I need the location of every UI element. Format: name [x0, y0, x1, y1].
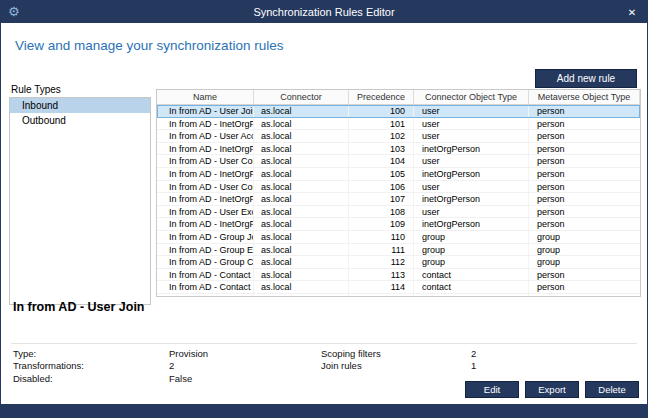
rule-row[interactable]: In from AD - User AccountEnabled as.loca…	[157, 130, 640, 143]
rule-precedence-cell: 111	[349, 244, 414, 256]
rule-metaverse-object-type-cell: group	[529, 231, 640, 243]
rule-connector-cell: as.local	[254, 244, 349, 256]
rule-row[interactable]: In from AD - Group Common as.local 112 g…	[157, 256, 640, 269]
rule-connector-cell: as.local	[254, 105, 349, 117]
rule-row[interactable]: In from AD - Contact Common as.local 114…	[157, 281, 640, 294]
rule-metaverse-object-type-cell: group	[529, 256, 640, 268]
rule-connector-cell: as.local	[254, 206, 349, 218]
rule-metaverse-object-type-cell: person	[529, 294, 640, 297]
delete-button[interactable]: Delete	[585, 381, 639, 398]
rule-connector-cell: as.local	[254, 281, 349, 293]
rule-metaverse-object-type-cell: group	[529, 244, 640, 256]
rule-row[interactable]: In from AD - Contact Join as.local 113 c…	[157, 269, 640, 282]
rule-row[interactable]: In from AD - InetOrgPerson Exchange as.l…	[157, 218, 640, 231]
rule-metaverse-object-type-cell: person	[529, 118, 640, 130]
rule-name-cell: In from AD - Contact Common	[157, 281, 254, 293]
rule-name-cell: In from AD - Group Exchange	[157, 244, 254, 256]
add-new-rule-button[interactable]: Add new rule	[535, 69, 637, 88]
edit-button[interactable]: Edit	[465, 381, 519, 398]
rule-row[interactable]: In from AD - InetOrgPerson Common as.loc…	[157, 193, 640, 206]
rule-connector-object-type-cell: inetOrgPerson	[414, 168, 529, 180]
details-divider	[11, 343, 637, 344]
rule-row[interactable]: In from AD - ForeignSecurityPrincipal Jo…	[157, 294, 640, 297]
rule-row[interactable]: In from AD - InetOrgPerson AccountEnable…	[157, 143, 640, 156]
rule-connector-object-type-cell: user	[414, 155, 529, 167]
rule-precedence-cell: 107	[349, 193, 414, 205]
rule-connector-object-type-cell: foreignSecurityPrincipal	[414, 294, 529, 297]
page-title: View and manage your synchronization rul…	[15, 38, 283, 53]
rule-row[interactable]: In from AD - User Common from Exchange a…	[157, 155, 640, 168]
detail-value: 2	[471, 348, 476, 360]
rule-types-listbox[interactable]: InboundOutbound	[9, 97, 151, 305]
rule-connector-object-type-cell: inetOrgPerson	[414, 143, 529, 155]
rule-precedence-cell: 114	[349, 281, 414, 293]
rule-name-cell: In from AD - User Exchange	[157, 206, 254, 218]
rule-precedence-cell: 106	[349, 181, 414, 193]
column-header-precedence[interactable]: Precedence	[349, 90, 414, 104]
rule-row[interactable]: In from AD - InetOrgPerson Common from E…	[157, 168, 640, 181]
rules-grid: Name Connector Precedence Connector Obje…	[156, 89, 641, 297]
detail-value: False	[169, 373, 192, 385]
detail-row: Join rules 1	[321, 360, 581, 372]
rule-connector-object-type-cell: contact	[414, 269, 529, 281]
rule-connector-object-type-cell: inetOrgPerson	[414, 218, 529, 230]
rule-metaverse-object-type-cell: person	[529, 181, 640, 193]
detail-value: 2	[169, 360, 174, 372]
rule-precedence-cell: 104	[349, 155, 414, 167]
rule-connector-cell: as.local	[254, 181, 349, 193]
rule-row[interactable]: In from AD - User Exchange as.local 108 …	[157, 206, 640, 219]
rule-type-item[interactable]: Outbound	[10, 113, 150, 128]
rule-metaverse-object-type-cell: person	[529, 143, 640, 155]
action-buttons: Edit Export Delete	[465, 381, 639, 398]
rule-type-item[interactable]: Inbound	[10, 98, 150, 113]
rule-precedence-cell: 112	[349, 256, 414, 268]
rule-row[interactable]: In from AD - User Join as.local 100 user…	[157, 105, 640, 118]
rule-precedence-cell: 109	[349, 218, 414, 230]
rule-connector-object-type-cell: contact	[414, 281, 529, 293]
rule-name-cell: In from AD - Group Common	[157, 256, 254, 268]
rule-name-cell: In from AD - InetOrgPerson AccountEnable…	[157, 143, 254, 155]
rule-metaverse-object-type-cell: person	[529, 269, 640, 281]
detail-row: Disabled: False	[13, 373, 313, 385]
rule-connector-object-type-cell: user	[414, 118, 529, 130]
rule-connector-cell: as.local	[254, 193, 349, 205]
rule-name-cell: In from AD - InetOrgPerson Exchange	[157, 218, 254, 230]
rules-grid-body[interactable]: In from AD - User Join as.local 100 user…	[157, 105, 640, 297]
rule-connector-cell: as.local	[254, 218, 349, 230]
detail-label: Join rules	[321, 360, 471, 372]
detail-value: Provision	[169, 348, 208, 360]
rule-connector-object-type-cell: user	[414, 130, 529, 142]
rule-precedence-cell: 102	[349, 130, 414, 142]
rule-metaverse-object-type-cell: person	[529, 130, 640, 142]
column-header-name[interactable]: Name	[157, 90, 254, 104]
details-right-column: Scoping filters 2 Join rules 1	[321, 348, 581, 373]
rule-metaverse-object-type-cell: person	[529, 155, 640, 167]
detail-label: Disabled:	[13, 373, 169, 385]
export-button[interactable]: Export	[525, 381, 579, 398]
rule-connector-cell: as.local	[254, 269, 349, 281]
rule-connector-cell: as.local	[254, 118, 349, 130]
rule-connector-cell: as.local	[254, 231, 349, 243]
rule-name-cell: In from AD - Contact Join	[157, 269, 254, 281]
rule-connector-object-type-cell: user	[414, 105, 529, 117]
rule-row[interactable]: In from AD - Group Join as.local 110 gro…	[157, 231, 640, 244]
close-icon[interactable]: ✕	[617, 1, 647, 23]
rule-precedence-cell: 103	[349, 143, 414, 155]
detail-row: Type: Provision	[13, 348, 313, 360]
detail-row: Transformations: 2	[13, 360, 313, 372]
column-header-connector[interactable]: Connector	[254, 90, 349, 104]
detail-label: Transformations:	[13, 360, 169, 372]
rule-metaverse-object-type-cell: person	[529, 281, 640, 293]
rule-connector-object-type-cell: user	[414, 206, 529, 218]
column-header-connector-object-type[interactable]: Connector Object Type	[414, 90, 529, 104]
rule-precedence-cell: 110	[349, 231, 414, 243]
rule-connector-cell: as.local	[254, 256, 349, 268]
rule-row[interactable]: In from AD - Group Exchange as.local 111…	[157, 244, 640, 257]
rule-row[interactable]: In from AD - InetOrgPerson Join as.local…	[157, 118, 640, 131]
rules-grid-header: Name Connector Precedence Connector Obje…	[157, 90, 640, 105]
rule-name-cell: In from AD - User Common from Exchange	[157, 155, 254, 167]
column-header-metaverse-object-type[interactable]: Metaverse Object Type	[529, 90, 640, 104]
rule-name-cell: In from AD - InetOrgPerson Join	[157, 118, 254, 130]
rule-name-cell: In from AD - Group Join	[157, 231, 254, 243]
rule-row[interactable]: In from AD - User Common as.local 106 us…	[157, 181, 640, 194]
